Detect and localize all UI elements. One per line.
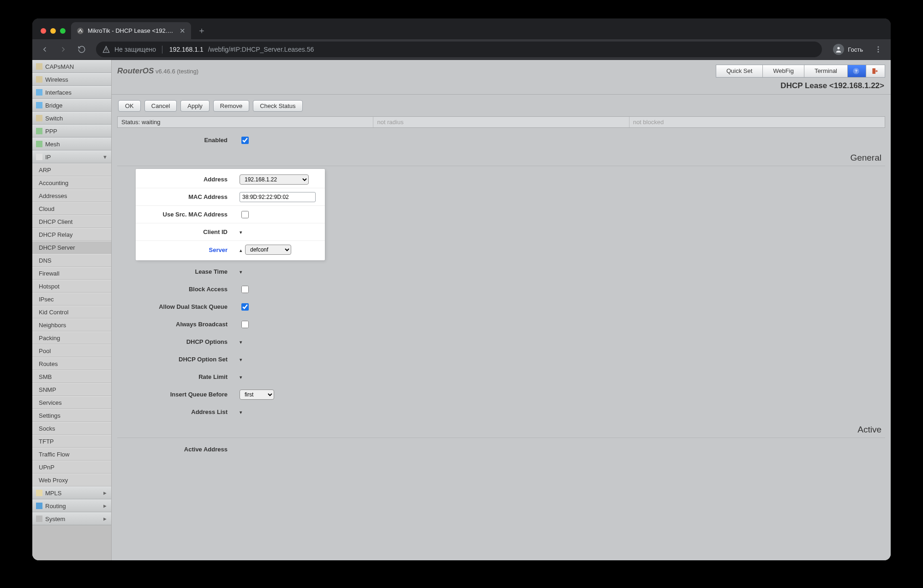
row-addresslist: Address List [117, 403, 885, 421]
sidebar-label: SMB [39, 373, 52, 380]
sidebar-item-dhcp-server[interactable]: DHCP Server [32, 241, 111, 254]
server-select[interactable]: defconf [245, 245, 291, 255]
tab-quick-set[interactable]: Quick Set [716, 65, 763, 77]
close-window-button[interactable] [41, 28, 46, 34]
chevron-right-icon: ► [102, 516, 108, 522]
expand-icon[interactable] [240, 338, 242, 345]
enabled-checkbox[interactable] [241, 137, 249, 144]
sidebar-item-pool[interactable]: Pool [32, 344, 111, 357]
expand-icon[interactable] [240, 268, 242, 275]
label-server[interactable]: Server [136, 246, 235, 253]
tab-close-button[interactable]: ✕ [180, 27, 186, 34]
sidebar-item-socks[interactable]: Socks [32, 422, 111, 435]
blockaccess-checkbox[interactable] [241, 286, 249, 293]
row-leasetime: Lease Time [117, 263, 885, 281]
expand-icon[interactable] [240, 228, 242, 235]
sidebar-item-arp[interactable]: ARP [32, 163, 111, 176]
sidebar-item-hotspot[interactable]: Hotspot [32, 280, 111, 293]
label-dhcpopts: DHCP Options [117, 338, 235, 345]
sidebar-item-system[interactable]: System► [32, 512, 111, 525]
sidebar-item-services[interactable]: Services [32, 396, 111, 409]
sidebar-item-ip[interactable]: IP▼ [32, 150, 111, 163]
logout-button[interactable] [866, 65, 885, 77]
apply-button[interactable]: Apply [180, 100, 210, 112]
remove-button[interactable]: Remove [213, 100, 249, 112]
sidebar-item-ppp[interactable]: PPP [32, 125, 111, 138]
sidebar-item-addresses[interactable]: Addresses [32, 189, 111, 202]
mac-input[interactable] [240, 192, 316, 202]
sidebar-item-dhcp-relay[interactable]: DHCP Relay [32, 228, 111, 241]
sidebar-item-cloud[interactable]: Cloud [32, 202, 111, 215]
capsman-icon [36, 63, 42, 70]
sidebar-item-traffic-flow[interactable]: Traffic Flow [32, 448, 111, 461]
sidebar-label: Web Proxy [39, 477, 68, 484]
new-tab-button[interactable]: ＋ [191, 26, 212, 39]
ok-button[interactable]: OK [118, 100, 141, 112]
label-insertq: Insert Queue Before [117, 391, 235, 398]
sidebar-item-smb[interactable]: SMB [32, 370, 111, 383]
sidebar-label: SNMP [39, 386, 56, 393]
sidebar-item-routes[interactable]: Routes [32, 357, 111, 370]
sidebar-item-firewall[interactable]: Firewall [32, 267, 111, 280]
label-address: Address [136, 176, 235, 183]
cancel-button[interactable]: Cancel [144, 100, 177, 112]
chevron-right-icon: ► [102, 503, 108, 509]
sidebar-item-mpls[interactable]: MPLS► [32, 486, 111, 499]
sidebar-item-routing[interactable]: Routing► [32, 499, 111, 512]
dualstack-checkbox[interactable] [241, 303, 249, 311]
help-button[interactable]: ? [848, 65, 866, 77]
label-addresslist: Address List [117, 408, 235, 415]
maximize-window-button[interactable] [60, 28, 66, 34]
sidebar-label: Socks [39, 425, 55, 432]
sidebar-item-mesh[interactable]: Mesh [32, 138, 111, 150]
address-select[interactable]: 192.168.1.22 [240, 174, 309, 185]
reload-button[interactable] [74, 42, 90, 57]
sidebar-item-interfaces[interactable]: Interfaces [32, 86, 111, 99]
sidebar-item-kid-control[interactable]: Kid Control [32, 306, 111, 318]
tab-terminal[interactable]: Terminal [804, 65, 848, 77]
sidebar-item-snmp[interactable]: SNMP [32, 383, 111, 396]
sidebar-item-capsman[interactable]: CAPsMAN [32, 60, 111, 73]
insertq-select[interactable]: first [240, 390, 274, 400]
expand-icon[interactable] [240, 408, 242, 415]
tab-webfig[interactable]: WebFig [763, 65, 804, 77]
expand-icon[interactable] [240, 373, 242, 380]
address-bar[interactable]: Не защищено │ 192.168.1.1 /webfig/#IP:DH… [96, 42, 822, 57]
sidebar-item-tftp[interactable]: TFTP [32, 435, 111, 448]
usesrc-checkbox[interactable] [241, 211, 249, 218]
minimize-window-button[interactable] [50, 28, 56, 34]
sidebar-label: Accounting [39, 180, 68, 186]
sidebar-item-upnp[interactable]: UPnP [32, 461, 111, 474]
sidebar-item-dns[interactable]: DNS [32, 254, 111, 267]
insecure-icon [102, 46, 110, 53]
kebab-menu-button[interactable] [870, 42, 886, 57]
sidebar-item-settings[interactable]: Settings [32, 409, 111, 422]
sidebar-item-web-proxy[interactable]: Web Proxy [32, 474, 111, 486]
svg-point-4 [878, 46, 879, 48]
sidebar-item-packing[interactable]: Packing [32, 331, 111, 344]
sidebar-item-wireless[interactable]: Wireless [32, 73, 111, 86]
collapse-icon[interactable] [240, 246, 242, 253]
check-status-button[interactable]: Check Status [253, 100, 302, 112]
separator: │ [161, 46, 165, 53]
alwaysbc-checkbox[interactable] [241, 321, 249, 328]
label-leasetime: Lease Time [117, 268, 235, 275]
sidebar-label: Traffic Flow [39, 451, 69, 458]
svg-point-0 [77, 28, 84, 34]
row-alwaysbc: Always Broadcast [117, 316, 885, 333]
forward-button[interactable] [55, 42, 71, 57]
sidebar-item-neighbors[interactable]: Neighbors [32, 318, 111, 331]
row-enabled: Enabled [117, 132, 885, 149]
top-tabs: Quick Set WebFig Terminal ? [716, 65, 885, 78]
sidebar-item-dhcp-client[interactable]: DHCP Client [32, 215, 111, 228]
sidebar-item-accounting[interactable]: Accounting [32, 176, 111, 189]
sidebar-item-bridge[interactable]: Bridge [32, 99, 111, 112]
sidebar-item-switch[interactable]: Switch [32, 112, 111, 125]
browser-tab[interactable]: MikroTik - DHCP Lease <192.1… ✕ [71, 22, 191, 39]
svg-point-5 [878, 49, 879, 50]
sidebar-item-ipsec[interactable]: IPsec [32, 293, 111, 306]
sidebar-label: DNS [39, 257, 51, 264]
expand-icon[interactable] [240, 356, 242, 363]
profile-chip[interactable]: Гость [828, 42, 868, 57]
back-button[interactable] [37, 42, 53, 57]
